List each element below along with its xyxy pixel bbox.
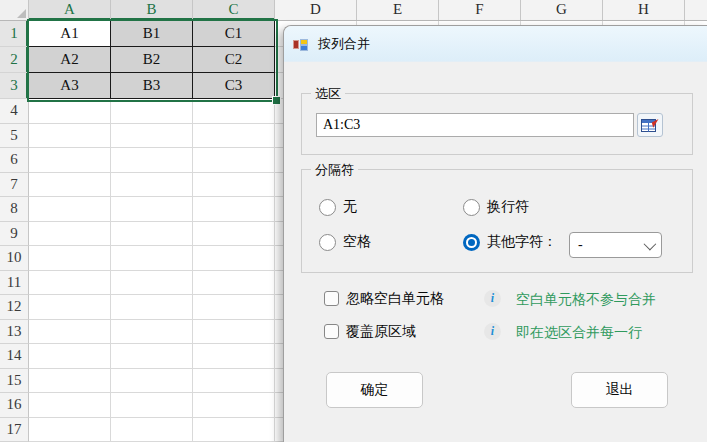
merge-by-column-dialog: 按列合并 选区 分隔符 无 换行符 空格 其他字符： <box>283 25 707 442</box>
column-header-D[interactable]: D <box>275 0 357 20</box>
range-picker-button[interactable] <box>637 113 663 137</box>
cell-B1[interactable]: B1 <box>111 21 193 47</box>
row-header-17[interactable]: 17 <box>0 418 29 442</box>
row-header-5[interactable]: 5 <box>0 124 29 149</box>
overwrite-hint: 即在选区合并每一行 <box>516 324 642 342</box>
row-header-7[interactable]: 7 <box>0 173 29 198</box>
cell-C14[interactable] <box>193 344 275 369</box>
radio-none-circle[interactable] <box>319 199 336 216</box>
checkbox-overwrite-box[interactable] <box>324 324 339 339</box>
row-header-13[interactable]: 13 <box>0 320 29 345</box>
cell-C12[interactable] <box>193 295 275 320</box>
column-header-H[interactable]: H <box>603 0 685 20</box>
cell-B5[interactable] <box>111 124 193 149</box>
radio-other-char-circle[interactable] <box>463 234 480 251</box>
cell-A6[interactable] <box>29 148 111 173</box>
cell-A7[interactable] <box>29 173 111 198</box>
cell-B11[interactable] <box>111 271 193 296</box>
cell-A3[interactable]: A3 <box>29 73 111 99</box>
checkbox-ignore-blank[interactable]: 忽略空白单元格 <box>324 290 444 307</box>
column-header-B[interactable]: B <box>111 0 193 20</box>
radio-space-circle[interactable] <box>319 234 336 251</box>
cell-B17[interactable] <box>111 418 193 442</box>
cell-B4[interactable] <box>111 99 193 124</box>
cell-C9[interactable] <box>193 222 275 247</box>
row-header-15[interactable]: 15 <box>0 369 29 394</box>
column-header-partial[interactable] <box>685 0 707 20</box>
row-header-6[interactable]: 6 <box>0 148 29 173</box>
cell-C17[interactable] <box>193 418 275 442</box>
row-header-9[interactable]: 9 <box>0 222 29 247</box>
cell-C7[interactable] <box>193 173 275 198</box>
cell-A10[interactable] <box>29 246 111 271</box>
row-header-16[interactable]: 16 <box>0 393 29 418</box>
radio-other-char[interactable]: 其他字符： <box>463 233 557 251</box>
cell-C15[interactable] <box>193 369 275 394</box>
column-header-F[interactable]: F <box>439 0 521 20</box>
cell-C13[interactable] <box>193 320 275 345</box>
cell-A8[interactable] <box>29 197 111 222</box>
row-header-11[interactable]: 11 <box>0 271 29 296</box>
cell-B3[interactable]: B3 <box>111 73 193 99</box>
row-header-14[interactable]: 14 <box>0 344 29 369</box>
cell-A16[interactable] <box>29 393 111 418</box>
ignore-blank-hint: 空白单元格不参与合并 <box>516 291 656 309</box>
row-header-4[interactable]: 4 <box>0 99 29 124</box>
cell-A11[interactable] <box>29 271 111 296</box>
cell-A5[interactable] <box>29 124 111 149</box>
cell-B9[interactable] <box>111 222 193 247</box>
row-header-2[interactable]: 2 <box>0 47 29 73</box>
checkbox-overwrite[interactable]: 覆盖原区域 <box>324 323 416 340</box>
cell-C16[interactable] <box>193 393 275 418</box>
cell-C10[interactable] <box>193 246 275 271</box>
cell-C2[interactable]: C2 <box>193 47 275 73</box>
cell-C8[interactable] <box>193 197 275 222</box>
cell-A2[interactable]: A2 <box>29 47 111 73</box>
radio-newline[interactable]: 换行符 <box>463 198 529 216</box>
ok-button[interactable]: 确定 <box>326 372 423 408</box>
cell-C5[interactable] <box>193 124 275 149</box>
cell-A15[interactable] <box>29 369 111 394</box>
column-header-E[interactable]: E <box>357 0 439 20</box>
range-input[interactable] <box>316 113 634 137</box>
row-header-8[interactable]: 8 <box>0 197 29 222</box>
cell-C4[interactable] <box>193 99 275 124</box>
cell-C3[interactable]: C3 <box>193 73 275 99</box>
dialog-titlebar[interactable]: 按列合并 <box>284 26 707 62</box>
select-all-corner[interactable] <box>0 0 29 20</box>
cell-B12[interactable] <box>111 295 193 320</box>
cell-A9[interactable] <box>29 222 111 247</box>
column-header-C[interactable]: C <box>193 0 275 20</box>
cell-B14[interactable] <box>111 344 193 369</box>
cell-B13[interactable] <box>111 320 193 345</box>
other-char-dropdown[interactable]: - <box>569 232 662 258</box>
row-header-3[interactable]: 3 <box>0 73 29 99</box>
column-header-G[interactable]: G <box>521 0 603 20</box>
selection-group-label: 选区 <box>311 85 345 103</box>
row-header-10[interactable]: 10 <box>0 246 29 271</box>
row-header-12[interactable]: 12 <box>0 295 29 320</box>
cell-C6[interactable] <box>193 148 275 173</box>
column-header-A[interactable]: A <box>29 0 111 20</box>
cell-B16[interactable] <box>111 393 193 418</box>
row-header-1[interactable]: 1 <box>0 21 29 47</box>
cell-A1[interactable]: A1 <box>29 21 111 47</box>
cell-A13[interactable] <box>29 320 111 345</box>
cell-B10[interactable] <box>111 246 193 271</box>
cell-B2[interactable]: B2 <box>111 47 193 73</box>
cell-B6[interactable] <box>111 148 193 173</box>
cell-C11[interactable] <box>193 271 275 296</box>
cell-B15[interactable] <box>111 369 193 394</box>
cell-A12[interactable] <box>29 295 111 320</box>
cell-A17[interactable] <box>29 418 111 442</box>
radio-space[interactable]: 空格 <box>319 233 371 251</box>
exit-button[interactable]: 退出 <box>571 372 668 408</box>
cell-A4[interactable] <box>29 99 111 124</box>
radio-newline-circle[interactable] <box>463 199 480 216</box>
cell-B7[interactable] <box>111 173 193 198</box>
cell-C1[interactable]: C1 <box>193 21 275 47</box>
cell-B8[interactable] <box>111 197 193 222</box>
radio-none[interactable]: 无 <box>319 198 357 216</box>
cell-A14[interactable] <box>29 344 111 369</box>
checkbox-ignore-blank-box[interactable] <box>324 291 339 306</box>
